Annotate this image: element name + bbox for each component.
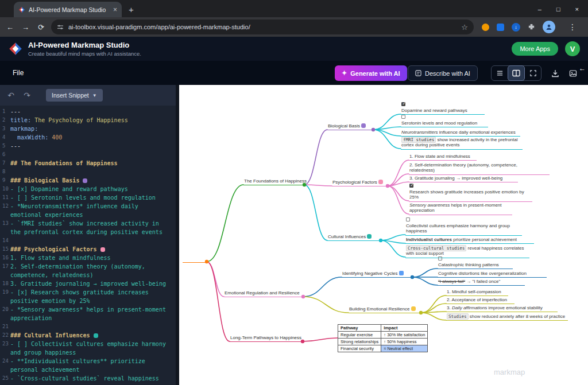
reload-button[interactable]: ⟳ [33,23,49,32]
url-text[interactable]: ai-toolbox.visual-paradigm.com/app/ai-po… [68,24,457,30]
mindmap-node-foundations[interactable]: The Foundations of Happiness [243,178,304,186]
back-button[interactable]: ← [2,23,18,32]
download-button[interactable] [547,65,563,81]
mindmap-node-cultural[interactable]: Cultural Influences [327,234,381,242]
mindmap-node-mindful[interactable]: 1. Mindful self-compassion [446,289,508,297]
window-close-button[interactable]: × [575,6,579,13]
code-line[interactable]: 21 [0,322,176,331]
mindmap-node-acceptance[interactable]: 2. Acceptance of imperfection [446,297,514,305]
mindmap-node-individualist[interactable]: Individualist cultures prioritize person… [405,237,534,244]
code-line[interactable]: 15### Psychological Factors [0,245,176,254]
mindmap-node-research[interactable]: Research shows gratitude increases posit… [409,183,532,202]
code-line[interactable]: 172. Self-determination theory (autonomy… [0,262,176,271]
redo-icon[interactable]: ↷ [22,91,32,100]
undo-icon[interactable]: ↶ [6,91,16,100]
browser-tab[interactable]: AI-Powered Markmap Studio × [14,2,122,17]
line-number: 3 [0,125,10,133]
code-editor[interactable]: 1---2title: The Psychology of Happiness3… [0,106,176,385]
site-settings-icon[interactable] [57,24,64,30]
file-menu-button[interactable]: File [9,67,27,79]
table-row: Financial security≈ Neutral effect [338,345,428,352]
extensions-puzzle-icon[interactable] [528,24,535,31]
mindmap-node-neuro[interactable]: Neurotransmitters influence daily emotio… [401,130,520,137]
code-line[interactable]: competence, relatedness) [0,271,176,279]
code-line[interactable]: appreciation [0,314,176,322]
code-line[interactable]: 2title: The Psychology of Happiness [0,116,176,125]
code-line[interactable]: 6 [0,150,176,159]
code-line[interactable]: 20- *Sensory awareness* helps in present… [0,305,176,314]
mindmap-node-flow[interactable]: 1. Flow state and mindfulness [409,154,477,161]
code-line[interactable]: 183. Gratitude journaling → improved wel… [0,279,176,288]
code-line[interactable]: 12- *Neurotransmitters* influence daily [0,202,176,211]
url-bar[interactable]: ai-toolbox.visual-paradigm.com/app/ai-po… [51,20,474,34]
code-line[interactable]: 8 [0,168,176,176]
code-line[interactable]: 3markmap: [0,125,176,133]
browser-menu-icon[interactable]: ⋮ [568,22,577,32]
mindmap-node-biological[interactable]: Biological Basis [327,123,373,131]
mindmap-node-dopamine[interactable]: Dopamine and reward pathways [401,102,485,115]
download-manager-icon[interactable]: ↓ [512,23,520,32]
code-line[interactable]: 22### Cultural Influences [0,331,176,340]
mindmap-node-alwaysfail[interactable]: "I always fail" → "I failed once" [438,279,525,286]
code-line[interactable]: 10- [x] Dopamine and reward pathways [0,185,176,193]
code-line[interactable]: 9### Biological Basis [0,176,176,185]
tab-close-icon[interactable]: × [113,6,117,13]
table-cell: ↑ 50% happiness [381,339,428,345]
code-line[interactable]: 161. Flow state and mindfulness [0,254,176,262]
mindmap-node-root[interactable] [183,261,207,263]
mindmap-node-fmri[interactable]: fMRI studies show increased activity in … [401,137,523,150]
mindmap-node-daily[interactable]: 3. Daily affirmations improve emotional … [446,305,558,313]
code-line[interactable]: 4 maxWidth: 400 [0,133,176,142]
mindmap-node-studies[interactable]: Studies show reduced anxiety after 8 wee… [446,314,568,321]
user-avatar[interactable]: V [565,41,580,56]
export-image-button[interactable] [565,65,581,81]
mindmap-node-gratitude[interactable]: 3. Gratitude journaling → improved well-… [409,176,518,183]
code-line[interactable]: 24- **Individualist cultures** prioritiz… [0,357,176,365]
line-number: 16 [0,254,10,262]
code-line[interactable]: and group happiness [0,348,176,357]
code-line[interactable]: 14 [0,236,176,245]
mindmap-node-building[interactable]: Building Emotional Resilience [349,306,421,314]
insert-snippet-button[interactable]: Insert Snippet ▼ [46,89,103,102]
code-line[interactable]: 25- `Cross-cultural studies` reveal happ… [0,374,176,383]
mindmap-node-longterm[interactable]: Long-Term Pathways to Happiness [230,335,303,343]
code-line[interactable]: 1--- [0,107,176,116]
window-minimize-button[interactable]: – [538,6,541,13]
code-line[interactable]: 11- [ ] Serotonin levels and mood regula… [0,193,176,202]
fullscreen-view-button[interactable] [525,66,541,80]
code-line[interactable]: 7## The Foundations of Happiness [0,159,176,168]
new-tab-button[interactable]: + [129,5,134,14]
pathways-table[interactable]: PathwayImpactRegular exercise↑ 30% life … [338,324,428,352]
checkbox-unchecked-icon [438,256,442,260]
mindmap-panel[interactable]: The Foundations of HappinessEmotional Re… [179,85,588,385]
code-line[interactable]: 5--- [0,142,176,150]
code-line[interactable]: the prefrontal cortex during positive ev… [0,228,176,236]
extension-orange-icon[interactable] [482,24,489,31]
window-maximize-button[interactable]: □ [556,6,560,13]
browser-profile-avatar[interactable] [543,21,555,33]
mindmap-node-serotonin[interactable]: Serotonin levels and mood regulation [401,114,488,128]
mindmap-node-psychological[interactable]: Psychological Factors [332,180,388,187]
mindmap-node-sensory[interactable]: Sensory awareness helps in present-momen… [409,203,512,215]
code-line[interactable]: positive emotion by 25% [0,297,176,305]
mindmap-node-collectivist[interactable]: Collectivist cultures emphasize harmony … [405,217,522,236]
code-line[interactable]: 13- `fMRI studies` show increased activi… [0,219,176,228]
more-apps-button[interactable]: More Apps [512,42,558,56]
code-line[interactable]: emotional experiences [0,211,176,219]
mindmap-node-sdt[interactable]: 2. Self-determination theory (autonomy, … [409,162,550,175]
mindmap-node-cognitive[interactable]: Cognitive distortions like overgeneraliz… [438,271,547,278]
line-number: 5 [0,142,10,150]
mindmap-node-emotional[interactable]: Emotional Regulation and Resilience [224,290,303,298]
describe-with-ai-button[interactable]: Describe with AI [408,65,478,81]
code-line[interactable]: personal achievement [0,365,176,374]
generate-with-ai-button[interactable]: ✦ Generate with AI [335,65,407,81]
code-line[interactable]: 23- [ ] Collectivist cultures emphasize … [0,340,176,348]
forward-button[interactable]: → [18,23,33,32]
mindmap-node-catastrophic[interactable]: Catastrophic thinking patterns [438,256,513,270]
split-view-button[interactable] [508,66,524,80]
code-line[interactable]: 19- [x] Research shows gratitude increas… [0,288,176,297]
extension-blue-icon[interactable] [497,24,504,31]
mindmap-node-identifying[interactable]: Identifying Negative Cycles [342,271,412,278]
editor-only-view-button[interactable] [492,66,508,80]
bookmark-star-icon[interactable]: ☆ [461,23,468,32]
